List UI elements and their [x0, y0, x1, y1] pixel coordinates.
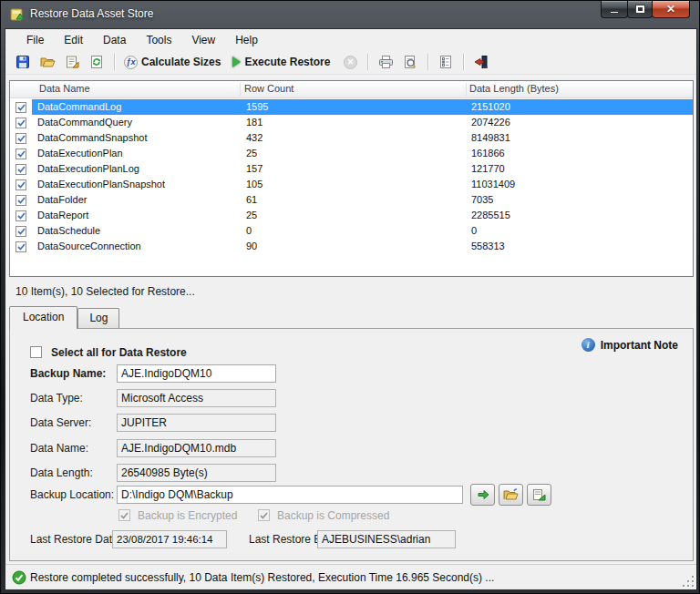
row-checkbox[interactable]	[10, 99, 32, 115]
table-row[interactable]: DataExecutionPlanLog157121770	[10, 161, 693, 177]
last-restore-date-label: Last Restore Date:	[30, 530, 121, 548]
backup-location-input[interactable]	[117, 486, 463, 504]
row-data-name: DataExecutionPlanLog	[37, 161, 139, 177]
row-length: 2151020	[471, 99, 510, 115]
row-checkbox[interactable]	[10, 115, 32, 130]
checkbox-checked-icon	[17, 104, 26, 111]
execute-restore-button[interactable]: Execute Restore	[231, 52, 335, 72]
tab-strip: Location Log	[9, 308, 119, 328]
row-checkbox[interactable]	[10, 223, 32, 239]
row-checkbox[interactable]	[10, 161, 32, 177]
open-folder-icon	[503, 488, 519, 501]
row-checkbox[interactable]	[10, 208, 32, 223]
column-header-data-name[interactable]: Data Name	[39, 83, 90, 94]
data-server-label: Data Server:	[30, 414, 91, 432]
menu-item-file[interactable]: File	[16, 31, 54, 49]
minimize-icon	[610, 11, 619, 14]
select-all-label: Select all for Data Restore	[51, 343, 187, 362]
properties-button[interactable]	[62, 52, 82, 72]
print-preview-button[interactable]	[400, 52, 420, 72]
table-row[interactable]: DataExecutionPlanSnapshot10511031409	[10, 177, 693, 192]
grid-rows: DataCommandLog15952151020DataCommandQuer…	[10, 99, 693, 276]
exit-button[interactable]	[471, 52, 491, 72]
row-count: 157	[246, 161, 262, 177]
row-checkbox[interactable]	[10, 239, 32, 254]
row-data-name: DataSchedule	[37, 223, 100, 239]
checkbox-checked-icon	[17, 197, 26, 204]
column-header-data-length[interactable]: Data Length (Bytes)	[469, 83, 559, 94]
row-checkbox[interactable]	[10, 130, 32, 146]
menu-item-data[interactable]: Data	[93, 31, 136, 49]
browse-folder-button[interactable]	[499, 484, 523, 506]
row-data-name: DataExecutionPlan	[37, 146, 123, 161]
menu-item-help[interactable]: Help	[225, 31, 268, 49]
menu-item-view[interactable]: View	[181, 31, 225, 49]
last-restore-by-field	[317, 530, 456, 548]
table-row[interactable]: DataSchedule00	[10, 223, 693, 239]
checkbox-checked-icon	[17, 228, 26, 235]
compressed-label: Backup is Compressed	[277, 509, 389, 522]
encrypted-checkbox	[118, 509, 130, 521]
tab-log[interactable]: Log	[77, 308, 119, 328]
row-checkbox[interactable]	[10, 146, 32, 161]
report-icon	[438, 55, 453, 69]
close-button[interactable]: ✕	[652, 1, 690, 18]
grid-header: Data Name Row Count Data Length (Bytes)	[10, 81, 693, 98]
save-icon	[15, 55, 30, 69]
row-checkbox[interactable]	[10, 192, 32, 208]
title-bar[interactable]: Restore Data Asset Store ✕	[1, 1, 699, 28]
row-count: 25	[246, 208, 257, 223]
maximize-button[interactable]	[627, 1, 653, 18]
row-data-name: DataSourceConnection	[37, 239, 141, 254]
checkbox-checked-icon	[260, 512, 268, 519]
data-name-field	[117, 439, 276, 457]
row-count: 432	[246, 130, 262, 146]
row-count: 61	[246, 192, 257, 208]
table-row[interactable]: DataReport252285515	[10, 208, 693, 223]
go-button[interactable]	[470, 484, 495, 506]
table-row[interactable]: DataCommandSnapshot4328149831	[10, 130, 693, 146]
row-checkbox[interactable]	[10, 177, 32, 192]
stop-button: ✕	[340, 52, 360, 72]
open-button[interactable]	[37, 52, 57, 72]
compressed-checkbox	[258, 509, 270, 521]
row-count: 0	[246, 223, 252, 239]
toolbar-separator	[367, 54, 368, 70]
column-divider	[466, 83, 467, 96]
app-icon	[10, 7, 25, 22]
menu-item-edit[interactable]: Edit	[54, 31, 93, 49]
print-icon	[378, 55, 394, 69]
select-all-checkbox[interactable]	[30, 346, 42, 358]
refresh-button[interactable]	[87, 52, 107, 72]
window-title: Restore Data Asset Store	[30, 7, 153, 20]
important-note-link[interactable]: i Important Note	[582, 338, 678, 352]
client-area: File Edit Data Tools View Help	[5, 28, 697, 590]
table-row[interactable]: DataFolder617035	[10, 192, 693, 208]
row-length: 558313	[471, 239, 505, 254]
data-name-label: Data Name:	[30, 439, 88, 457]
column-header-row-count[interactable]: Row Count	[244, 83, 293, 94]
row-data-name: DataFolder	[37, 192, 87, 208]
close-icon: ✕	[666, 3, 675, 15]
table-row[interactable]: DataCommandLog15952151020	[10, 99, 693, 115]
tab-location[interactable]: Location	[9, 306, 77, 329]
print-button[interactable]	[376, 52, 396, 72]
table-row[interactable]: DataSourceConnection90558313	[10, 239, 693, 254]
save-button[interactable]	[13, 52, 33, 72]
backup-name-input[interactable]	[117, 364, 276, 383]
important-note-label: Important Note	[601, 339, 678, 352]
open-location-button[interactable]	[527, 484, 551, 506]
table-row[interactable]: DataExecutionPlan25161866	[10, 146, 693, 161]
calculate-icon: ƒx	[124, 56, 138, 69]
play-icon	[232, 56, 241, 67]
calculate-sizes-button[interactable]: ƒx Calculate Sizes	[122, 52, 226, 72]
menu-item-tools[interactable]: Tools	[136, 31, 181, 49]
report-button[interactable]	[436, 52, 456, 72]
resize-grip[interactable]	[682, 575, 694, 587]
checkbox-checked-icon	[17, 243, 26, 251]
table-row[interactable]: DataCommandQuery1812074226	[10, 115, 693, 130]
minimize-button[interactable]	[601, 1, 628, 18]
checkbox-checked-icon	[17, 166, 26, 173]
stop-icon: ✕	[344, 56, 357, 69]
success-check-icon	[12, 570, 26, 585]
